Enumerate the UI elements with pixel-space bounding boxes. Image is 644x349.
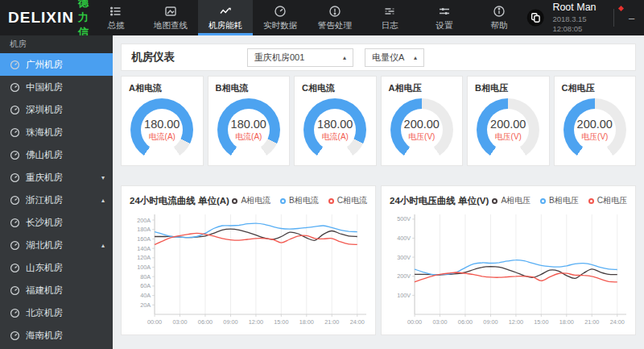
chevron-down-icon: ▾ bbox=[101, 174, 105, 181]
svg-text:160A: 160A bbox=[137, 235, 151, 243]
page-title: 机房仪表 bbox=[131, 50, 175, 64]
sidebar-item-fujian[interactable]: 福建机房 bbox=[0, 279, 113, 301]
legend-item-c-current[interactable]: C相电流 bbox=[328, 195, 367, 206]
gauge-row: A相电流 180.00 电流(A) B相电流 180.00 电流(A) C相电流… bbox=[121, 76, 636, 166]
nav-item-map-search[interactable]: 地图查线 bbox=[143, 0, 198, 35]
brand-logo: DELIXIN 德力信 bbox=[0, 0, 89, 35]
gauge-icon bbox=[10, 127, 20, 138]
sidebar-item-label: 山东机房 bbox=[26, 262, 63, 274]
nav-item-overview[interactable]: 总揽 bbox=[89, 0, 143, 35]
gauge-value: 180.00 bbox=[231, 118, 266, 131]
svg-text:140A: 140A bbox=[137, 245, 151, 252]
legend-item-c-voltage[interactable]: C相电压 bbox=[588, 195, 627, 206]
voltage-chart-legend: A相电压 B相电压 C相电压 bbox=[492, 195, 627, 206]
nav-item-help[interactable]: 帮助 bbox=[472, 0, 526, 35]
brand-name-cn: 德力信 bbox=[78, 0, 89, 39]
sidebar-item-zhuhai[interactable]: 珠海机房 bbox=[0, 121, 113, 143]
user-datetime: 2018.3.15 12:08:05 bbox=[552, 15, 601, 34]
sidebar-item-label: 佛山机房 bbox=[26, 149, 63, 161]
nav-label: 地图查线 bbox=[154, 20, 188, 31]
nav-label: 总揽 bbox=[107, 20, 124, 31]
gauge-title: B相电流 bbox=[216, 82, 283, 94]
nav-item-room-energy[interactable]: 机房能耗 bbox=[198, 0, 253, 35]
gauge-icon bbox=[10, 263, 20, 273]
sidebar-item-beijing[interactable]: 北京机房 bbox=[0, 301, 113, 324]
main-content: 机房仪表 重庆机房001 ▴ 电量仪A ▴ A相电流 180.00 电流(A) … bbox=[113, 35, 644, 349]
nav-item-realtime-data[interactable]: 实时数据 bbox=[253, 0, 308, 35]
svg-text:21:00: 21:00 bbox=[584, 318, 599, 326]
legend-item-b-current[interactable]: B相电流 bbox=[280, 195, 319, 206]
sidebar-item-label: 长沙机房 bbox=[26, 217, 63, 229]
svg-text:200V: 200V bbox=[397, 272, 411, 280]
legend-ring-icon bbox=[232, 198, 237, 204]
svg-text:21:00: 21:00 bbox=[324, 318, 339, 326]
sidebar-item-zhongguo[interactable]: 中国机房 bbox=[0, 76, 113, 98]
alert-icon bbox=[328, 5, 341, 18]
svg-text:500V: 500V bbox=[397, 215, 411, 222]
title-bar: DELIXIN 德力信 总揽 地图查线 机房能耗 实时数据 警告处理 日志 bbox=[0, 0, 644, 35]
legend-ring-icon bbox=[328, 198, 334, 204]
main-nav: 总揽 地图查线 机房能耗 实时数据 警告处理 日志 设置 帮助 bbox=[89, 0, 526, 35]
gauge-value: 200.00 bbox=[404, 118, 440, 131]
gauge-value: 180.00 bbox=[317, 118, 353, 131]
svg-text:06:00: 06:00 bbox=[458, 318, 473, 326]
meter-select[interactable]: 电量仪A ▴ bbox=[365, 48, 424, 67]
sidebar-item-label: 珠海机房 bbox=[26, 127, 63, 139]
room-select[interactable]: 重庆机房001 ▴ bbox=[247, 48, 353, 67]
legend-item-a-voltage[interactable]: A相电压 bbox=[492, 195, 530, 206]
gauge-icon bbox=[10, 105, 20, 115]
sidebar-item-guangzhou[interactable]: 广州机房 bbox=[0, 53, 113, 76]
gauge-card-b-current: B相电流 180.00 电流(A) bbox=[208, 76, 291, 166]
svg-text:03:00: 03:00 bbox=[172, 318, 187, 326]
chart-title: 24小时电压曲线 单位(V) bbox=[390, 195, 489, 207]
svg-text:09:00: 09:00 bbox=[223, 318, 237, 326]
legend-ring-icon bbox=[588, 198, 594, 204]
sidebar-item-label: 湖北机房 bbox=[26, 239, 63, 251]
svg-text:300V: 300V bbox=[397, 254, 411, 261]
legend-item-a-current[interactable]: A相电流 bbox=[232, 195, 270, 206]
svg-text:24:00: 24:00 bbox=[610, 318, 625, 326]
minimize-button[interactable]: – bbox=[625, 12, 638, 24]
gauge-title: A相电流 bbox=[129, 82, 196, 94]
trend-icon bbox=[219, 5, 232, 18]
settings-icon bbox=[438, 5, 451, 18]
current-chart-legend: A相电流 B相电流 C相电流 bbox=[232, 195, 367, 206]
svg-text:120A: 120A bbox=[137, 254, 151, 261]
nav-label: 警告处理 bbox=[318, 20, 352, 31]
chart-title: 24小时电流曲线 单位(A) bbox=[130, 195, 229, 207]
nav-item-settings[interactable]: 设置 bbox=[417, 0, 472, 35]
gauge-value: 200.00 bbox=[490, 118, 526, 131]
gauge-title: C相电流 bbox=[302, 82, 369, 94]
sidebar-item-label: 海南机房 bbox=[26, 330, 63, 342]
gauge-card-c-current: C相电流 180.00 电流(A) bbox=[294, 76, 377, 166]
gauge-icon bbox=[10, 308, 20, 318]
legend-ring-icon bbox=[492, 198, 497, 204]
legend-item-b-voltage[interactable]: B相电压 bbox=[540, 195, 579, 206]
sidebar-item-shenzhen[interactable]: 深圳机房 bbox=[0, 98, 113, 121]
nav-item-logs[interactable]: 日志 bbox=[362, 0, 417, 35]
sidebar-title: 机房 bbox=[0, 35, 113, 53]
user-avatar[interactable] bbox=[526, 6, 544, 30]
room-select-value: 重庆机房001 bbox=[254, 52, 304, 64]
svg-text:20A: 20A bbox=[140, 301, 151, 309]
sidebar-item-chongqing[interactable]: 重庆机房▾ bbox=[0, 166, 113, 189]
gauge-icon bbox=[10, 195, 20, 206]
sidebar-item-zhejiang[interactable]: 浙江机房▴ bbox=[0, 189, 113, 211]
gauge-icon bbox=[10, 172, 20, 183]
gauge-icon bbox=[10, 218, 20, 228]
sidebar-item-label: 北京机房 bbox=[26, 307, 63, 319]
room-sidebar: 机房 广州机房 中国机房 深圳机房 珠海机房 佛山机房 重庆机房▾ 浙江机房▴ bbox=[0, 35, 113, 349]
sidebar-item-changsha[interactable]: 长沙机房 bbox=[0, 211, 113, 234]
svg-text:400V: 400V bbox=[397, 235, 411, 242]
sidebar-item-hubei[interactable]: 湖北机房▴ bbox=[0, 234, 113, 256]
gauge-unit: 电流(A) bbox=[322, 131, 349, 143]
gauge-unit: 电流(A) bbox=[235, 131, 262, 143]
map-icon bbox=[164, 5, 177, 18]
sidebar-item-foshan[interactable]: 佛山机房 bbox=[0, 143, 113, 166]
sidebar-item-shandong[interactable]: 山东机房 bbox=[0, 256, 113, 279]
voltage-line-chart: 00:0003:0006:0009:0012:0015:0018:0021:00… bbox=[390, 209, 627, 330]
nav-item-alerts[interactable]: 警告处理 bbox=[308, 0, 362, 35]
legend-ring-icon bbox=[540, 198, 546, 204]
sidebar-item-hainan[interactable]: 海南机房 bbox=[0, 324, 113, 347]
meter-toolbar: 机房仪表 重庆机房001 ▴ 电量仪A ▴ bbox=[121, 44, 636, 71]
